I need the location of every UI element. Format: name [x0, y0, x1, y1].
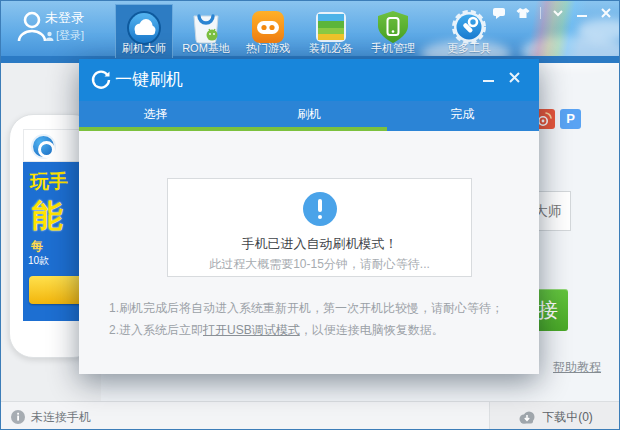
- tip-line: 2.进入系统后立即打开USB调试模式，以便连接电脑恢复数据。: [109, 319, 503, 341]
- minimize-icon[interactable]: [575, 7, 589, 19]
- banner-text-fragment: 能: [32, 195, 63, 237]
- toolbar-item-label: 更多工具: [440, 41, 498, 56]
- game-controller-icon: [250, 9, 286, 45]
- rom-bag-icon: [188, 9, 224, 45]
- banner-text-fragment: 玩手: [30, 169, 68, 195]
- window-controls: [492, 7, 613, 19]
- toolbar-item-flash-master[interactable]: 刷机大师: [115, 4, 173, 58]
- close-icon[interactable]: [599, 7, 613, 19]
- status-subtitle: 此过程大概需要10-15分钟，请耐心等待...: [168, 256, 471, 273]
- connection-status: 未连接手机: [11, 402, 91, 430]
- toolbar-item-phone-manager[interactable]: 手机管理: [364, 4, 422, 58]
- toolbar-item-label: 刷机大师: [116, 41, 172, 56]
- shirt-skin-icon[interactable]: [516, 7, 530, 19]
- toolbar-item-label: 装机必备: [302, 41, 360, 56]
- alert-info-icon: [303, 192, 337, 226]
- gear-wrench-icon: [451, 9, 487, 45]
- toolbar-item-rom-base[interactable]: ROM基地: [177, 4, 235, 58]
- toolbar-item-hot-games[interactable]: 热门游戏: [239, 4, 297, 58]
- status-message-box: 手机已进入自动刷机模式！ 此过程大概需要10-15分钟，请耐心等待...: [167, 178, 472, 277]
- download-status-label: 下载中(0): [542, 409, 593, 426]
- shield-phone-icon: [375, 9, 411, 45]
- dialog-title: 一键刷机: [115, 59, 183, 101]
- toolbar-item-label: 手机管理: [364, 41, 422, 56]
- banner-text-fragment: 每: [31, 238, 43, 255]
- tips-list: 1.刷机完成后将自动进入系统重新开机，第一次开机比较慢，请耐心等待； 2.进入系…: [109, 297, 503, 341]
- banner-text-fragment: 10款: [28, 254, 49, 268]
- dialog-minimize-icon[interactable]: [481, 71, 497, 85]
- status-bar: 未连接手机 下载中(0): [1, 401, 620, 430]
- message-icon[interactable]: [492, 7, 506, 19]
- app-logo-icon: [31, 134, 56, 159]
- divider: [540, 7, 541, 19]
- tab-finish[interactable]: 完成: [386, 101, 539, 131]
- dialog-header: 一键刷机: [79, 59, 539, 101]
- app-window: 玩手 能 每 10款: [0, 0, 620, 430]
- chevron-down-icon[interactable]: [551, 7, 565, 19]
- login-label: [登录]: [56, 28, 84, 43]
- tip-text: ，以便连接电脑恢复数据。: [300, 323, 444, 337]
- tip-text: 2.进入系统后立即: [109, 323, 203, 337]
- dialog-close-icon[interactable]: [507, 71, 523, 85]
- usb-debug-link[interactable]: 打开USB调试模式: [203, 323, 300, 337]
- tip-text: 1.刷机完成后将自动进入系统重新开机，第一次开机比较慢，请耐心等待；: [109, 301, 503, 315]
- toolbar-item-more-tools[interactable]: 更多工具: [440, 4, 498, 58]
- info-icon: [11, 410, 25, 424]
- mini-person-icon: [45, 31, 54, 41]
- toolbar-item-label: ROM基地: [177, 41, 235, 56]
- toolbar-item-label: 热门游戏: [239, 41, 297, 56]
- app-header: 未登录 [登录] 刷机大师: [1, 1, 620, 63]
- connection-status-label: 未连接手机: [31, 409, 91, 426]
- p-share-icon[interactable]: P: [560, 109, 581, 129]
- stacked-apps-icon: [313, 9, 349, 45]
- toolbar-item-essential-apps[interactable]: 装机必备: [302, 4, 360, 58]
- refresh-flash-icon: [90, 69, 112, 91]
- login-link[interactable]: [登录]: [45, 28, 84, 43]
- download-cloud-icon: [518, 411, 536, 424]
- flash-dialog: 一键刷机 选择 刷机 完成 手机已进入自动刷机模式！ 此过程大概需要10-15分…: [79, 59, 539, 374]
- status-title: 手机已进入自动刷机模式！: [168, 235, 471, 253]
- user-name-label: 未登录: [45, 9, 84, 27]
- download-manager-button[interactable]: 下载中(0): [489, 402, 620, 430]
- tip-line: 1.刷机完成后将自动进入系统重新开机，第一次开机比较慢，请耐心等待；: [109, 297, 503, 319]
- dialog-body: 手机已进入自动刷机模式！ 此过程大概需要10-15分钟，请耐心等待... 1.刷…: [79, 131, 539, 374]
